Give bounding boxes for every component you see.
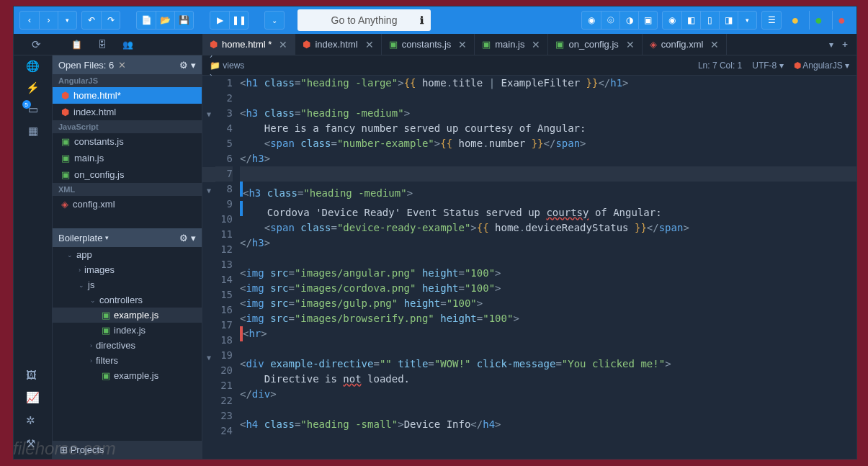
chevron-icon: ⌄ <box>79 282 84 289</box>
code-editor[interactable]: ▼ ▼ ▼ 1234567891011121314151617181920212… <box>202 76 856 459</box>
tree-item[interactable]: ▣example.js <box>53 308 202 323</box>
tab-main-js[interactable]: ▣ main.js ✕ <box>475 34 548 55</box>
close-icon[interactable]: ✕ <box>365 39 374 50</box>
file-plus-icon: 📄 <box>141 15 152 25</box>
run-button[interactable]: ▶ <box>210 11 229 30</box>
split-left-button[interactable]: ◧ <box>681 11 700 30</box>
goto-anything-input[interactable]: Go to Anything ℹ <box>297 9 431 31</box>
status-language[interactable]: ⬢ AngularJS ▾ <box>794 61 849 71</box>
projects-button[interactable]: ⊞ Projects <box>53 440 202 459</box>
open-file-item[interactable]: ▣ constants.js <box>53 133 202 150</box>
close-icon[interactable]: ✕ <box>626 39 635 50</box>
html-file-icon: ⬢ <box>303 39 310 50</box>
xml-file-icon: ◈ <box>650 39 657 50</box>
layout-icon[interactable]: ▦ <box>28 125 38 138</box>
open-folder-button[interactable]: 📂 <box>156 11 174 30</box>
js-file-icon: ▣ <box>61 169 70 180</box>
close-icon[interactable]: ✕ <box>532 39 540 50</box>
split-center-button[interactable]: ▯ <box>700 11 719 30</box>
pause-button[interactable]: ❚❚ <box>229 11 248 30</box>
main-toolbar: ‹ › ▾ ↶ ↷ 📄 📂 💾 ▶ ❚❚ ⌄ Go to Anything ℹ <box>14 6 856 34</box>
tab-config-xml[interactable]: ◈ config.xml ✕ <box>643 34 728 55</box>
file-label: home.html* <box>73 90 121 101</box>
tree-item[interactable]: ⌄controllers <box>53 292 202 308</box>
tree-item[interactable]: ▣index.js <box>53 323 202 338</box>
new-file-button[interactable]: 📄 <box>137 11 156 30</box>
project-header: Boilerplate ▾ ⚙ ▾ <box>53 228 202 247</box>
close-icon[interactable]: ✕ <box>279 39 287 50</box>
maximize-button[interactable]: ● <box>809 11 828 30</box>
js-file-icon: ▣ <box>61 153 70 163</box>
tab-on-config-js[interactable]: ▣ on_config.js ✕ <box>548 34 642 55</box>
js-file-icon: ▣ <box>102 310 110 321</box>
nav-back-button[interactable]: ‹ <box>20 11 39 30</box>
open-file-item[interactable]: ⬢ index.html <box>53 104 202 120</box>
open-file-item[interactable]: ◈ config.xml <box>53 196 202 212</box>
tree-item[interactable]: ›images <box>53 262 202 277</box>
js-file-icon: ▣ <box>389 39 398 50</box>
close-icon[interactable]: ✕ <box>458 39 467 50</box>
close-icon[interactable]: ✕ <box>118 60 126 71</box>
tree-item[interactable]: ›filters <box>53 353 202 368</box>
play-macro-button[interactable]: ◑ <box>619 11 638 30</box>
minimize-button[interactable]: ● <box>786 11 805 30</box>
file-group: XML <box>53 183 202 196</box>
tab-label: index.html <box>315 39 357 50</box>
tab-label: constants.js <box>402 39 452 50</box>
file-label: main.js <box>74 153 104 163</box>
file-label: index.html <box>73 107 116 117</box>
open-file-item[interactable]: ⬢ home.html* <box>53 87 202 104</box>
split-dropdown-button[interactable]: ▾ <box>738 11 756 30</box>
js-file-icon: ▣ <box>61 136 70 147</box>
redo-button[interactable]: ↷ <box>101 11 120 30</box>
xml-file-icon: ◈ <box>61 199 68 210</box>
paste-icon[interactable]: 📋 <box>71 40 82 50</box>
split-right-button[interactable]: ◨ <box>719 11 738 30</box>
bolt-icon[interactable]: ⚡ <box>26 81 40 94</box>
globe-icon[interactable]: 🌐 <box>26 60 40 73</box>
open-file-item[interactable]: ▣ on_config.js <box>53 166 202 183</box>
menu-button[interactable]: ☰ <box>762 11 781 30</box>
save-button[interactable]: 💾 <box>174 11 193 30</box>
tree-item[interactable]: ▣example.js <box>53 368 202 383</box>
undo-button[interactable]: ↶ <box>82 11 101 30</box>
nav-dropdown-button[interactable]: ▾ <box>58 11 76 30</box>
tab-constants-js[interactable]: ▣ constants.js ✕ <box>382 34 475 55</box>
tab-label: main.js <box>495 39 524 50</box>
breadcrumb-item[interactable]: 📁 views <box>210 61 264 71</box>
chart-icon[interactable]: 📈 <box>26 391 40 404</box>
split-indicator-icon[interactable]: ▾ <box>829 40 833 50</box>
chevron-icon: › <box>79 266 81 274</box>
refresh-icon[interactable]: ⟳ <box>32 38 41 51</box>
tools-icon[interactable]: ⚒ <box>26 437 40 450</box>
save-macro-button[interactable]: ▣ <box>638 11 657 30</box>
close-window-button[interactable]: ● <box>832 11 851 30</box>
file-group: AngularJS <box>53 74 202 87</box>
open-file-item[interactable]: ▣ main.js <box>53 150 202 166</box>
tab-index-html[interactable]: ⬢ index.html ✕ <box>295 34 381 55</box>
html-file-icon: ⬢ <box>61 107 69 117</box>
tree-item[interactable]: ⌄app <box>53 247 202 262</box>
tree-item[interactable]: ⌄js <box>53 277 202 292</box>
gear-icon[interactable]: ⚙ ▾ <box>179 233 196 243</box>
users-icon[interactable]: 👥 <box>122 40 133 50</box>
database-icon[interactable]: 🗄 <box>98 40 107 50</box>
sidebar: Open Files: 6 ✕ ⚙ ▾ AngularJS ⬢ home.htm… <box>53 55 202 459</box>
add-tab-button[interactable]: ＋ <box>841 38 849 50</box>
tab-home-html--[interactable]: ⬢ home.html * ✕ <box>202 34 295 55</box>
image-icon[interactable]: 🖼 <box>26 369 40 381</box>
notifications-icon[interactable]: ▭ <box>28 103 38 116</box>
gear-icon[interactable]: ⚙ ▾ <box>179 60 196 71</box>
snippet-icon[interactable]: ✲ <box>26 414 40 427</box>
status-encoding[interactable]: UTF-8 ▾ <box>752 61 783 71</box>
pause-macro-button[interactable]: ⦾ <box>601 11 619 30</box>
record-macro-button[interactable]: ◉ <box>582 11 601 30</box>
nav-forward-button[interactable]: › <box>39 11 58 30</box>
folder-icon: 📂 <box>160 15 171 25</box>
info-icon: ℹ <box>420 14 424 26</box>
breadcrumbs: 📁 Boilerplate›📁 app›📁 views›⬢ home.html›… <box>202 55 856 76</box>
close-icon[interactable]: ✕ <box>710 39 719 50</box>
run-dropdown-button[interactable]: ⌄ <box>265 11 284 30</box>
focus-mode-button[interactable]: ◉ <box>663 11 681 30</box>
tree-item[interactable]: ›directives <box>53 338 202 353</box>
